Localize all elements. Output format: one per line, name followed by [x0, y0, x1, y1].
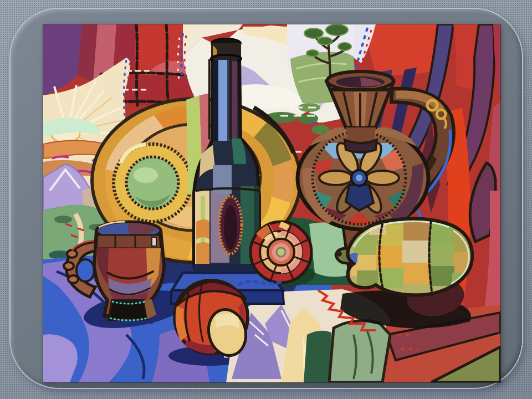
paint-stroke: [354, 235, 378, 255]
paint-stroke: [196, 219, 209, 239]
paint-stroke: [338, 43, 351, 50]
paint-stroke: [68, 275, 78, 283]
paint-stroke: [346, 127, 376, 142]
paint-stroke: [430, 266, 454, 286]
plate-ring: [114, 144, 191, 222]
paint-stroke: [76, 259, 94, 282]
paint-stroke: [366, 24, 438, 75]
paint-stroke: [366, 171, 399, 185]
paint-stroke: [326, 24, 348, 35]
slide-background: [0, 0, 532, 399]
artwork-image: [43, 24, 500, 382]
paint-stroke: [96, 235, 161, 248]
paint-stroke: [64, 262, 74, 270]
paint-stroke: [126, 157, 178, 209]
paint-stroke: [67, 250, 77, 258]
striped-ball: [250, 222, 311, 283]
paint-stroke: [336, 251, 342, 257]
paint-stroke: [319, 171, 352, 185]
paint-stroke: [277, 248, 285, 257]
paint-stroke: [136, 24, 137, 105]
paint-stroke: [213, 60, 218, 141]
paint-stroke: [306, 50, 319, 57]
paint-stroke: [152, 237, 156, 246]
paint-stroke: [224, 205, 237, 249]
paint-stroke: [272, 160, 294, 203]
paint-stroke: [304, 28, 323, 38]
paint-stroke: [134, 167, 158, 183]
paint-stroke: [218, 60, 227, 141]
paint-stroke: [298, 113, 318, 124]
paint-stroke: [166, 24, 168, 103]
paint-stroke: [329, 321, 390, 382]
paint-stroke: [429, 244, 454, 266]
still-life-painting: [43, 24, 500, 382]
paint-stroke: [403, 263, 430, 284]
paint-stroke: [356, 175, 362, 181]
paint-stroke: [403, 221, 429, 241]
paint-stroke: [54, 216, 72, 223]
paint-stroke: [402, 241, 429, 263]
paint-stroke: [318, 37, 332, 45]
paint-stroke: [304, 331, 331, 382]
